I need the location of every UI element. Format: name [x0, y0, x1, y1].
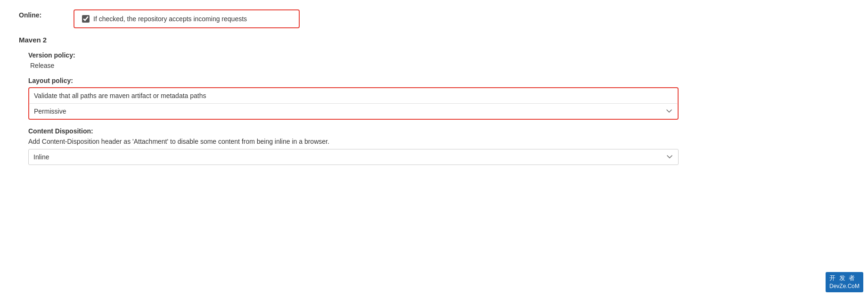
content-disposition-label: Content Disposition:	[28, 127, 679, 135]
layout-policy-section: Layout policy: Validate that all paths a…	[28, 77, 679, 120]
content-disposition-select-wrapper: Inline Attachment	[28, 149, 679, 165]
version-policy-section: Version policy: Release	[28, 51, 679, 69]
online-checkbox[interactable]	[82, 15, 90, 23]
layout-policy-label: Layout policy:	[28, 77, 679, 84]
content-disposition-select[interactable]: Inline Attachment	[28, 149, 679, 165]
watermark: 开 发 者 DevZe.CoM	[826, 272, 863, 292]
maven2-section: Maven 2 Version policy: Release Layout p…	[19, 36, 679, 165]
online-label: Online:	[19, 9, 66, 19]
online-section: Online: If checked, the repository accep…	[19, 9, 679, 28]
online-checkbox-label: If checked, the repository accepts incom…	[93, 15, 247, 23]
layout-policy-select[interactable]: Permissive Strict	[29, 103, 678, 119]
maven2-title: Maven 2	[19, 36, 679, 44]
version-policy-label: Version policy:	[28, 51, 679, 59]
watermark-line2: DevZe.CoM	[829, 282, 860, 290]
layout-policy-description: Validate that all paths are maven artifa…	[29, 88, 678, 103]
online-checkbox-container: If checked, the repository accepts incom…	[74, 9, 300, 28]
watermark-line1: 开 发 者	[829, 274, 860, 282]
content-disposition-description: Add Content-Disposition header as 'Attac…	[28, 138, 679, 145]
version-policy-value: Release	[28, 62, 679, 69]
content-disposition-section: Content Disposition: Add Content-Disposi…	[28, 127, 679, 165]
online-field-row: Online: If checked, the repository accep…	[19, 9, 679, 28]
layout-policy-container: Validate that all paths are maven artifa…	[28, 87, 679, 120]
